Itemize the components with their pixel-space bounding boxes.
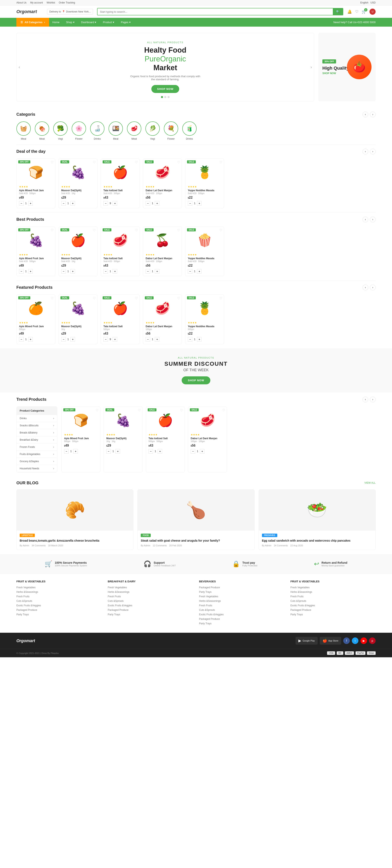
footer-link[interactable]: Party Trays [199,622,284,625]
qty-increase-button[interactable]: + [155,269,159,274]
qty-decrease-button[interactable]: − [103,269,108,274]
category-item[interactable]: 🧃 Drinks [182,121,197,140]
wishlist-button[interactable]: ♡ [180,408,183,412]
twitter-button[interactable]: t [352,638,358,644]
wishlist-button[interactable]: ♡ [222,408,225,412]
footer-link[interactable]: Fresh Vegetables [199,595,284,598]
qty-decrease-button[interactable]: − [19,337,24,342]
footer-link[interactable]: Cuts &Sprouts [291,599,375,602]
footer-link[interactable]: Packaged Produce [291,609,375,612]
wishlist-icon[interactable]: ♡ [355,9,358,14]
trend-category-item[interactable]: Fruits &Vegetables› [17,451,57,458]
qty-increase-button[interactable]: + [113,337,117,342]
category-item[interactable]: 🥩 Meat [127,121,141,140]
pinterest-button[interactable]: p [369,638,375,644]
qty-increase-button[interactable]: + [28,201,33,206]
qty-decrease-button[interactable]: − [188,201,192,206]
qty-decrease-button[interactable]: − [19,269,24,274]
youtube-button[interactable]: ▶ [360,638,367,644]
qty-increase-button[interactable]: + [158,449,162,454]
nav-dashboard[interactable]: Dashboard ▾ [78,18,100,27]
qty-increase-button[interactable]: + [197,201,202,206]
qty-increase-button[interactable]: + [197,269,202,274]
wishlist-link[interactable]: Wishlist [47,1,55,4]
qty-decrease-button[interactable]: − [103,337,108,342]
wishlist-button[interactable]: ♡ [93,296,96,300]
category-item[interactable]: 🍱 Meal [109,121,123,140]
wishlist-button[interactable]: ♡ [135,296,138,300]
footer-link[interactable]: Herbs &Seasonings [108,591,193,593]
nav-shop[interactable]: Shop ▾ [63,18,78,27]
footer-link[interactable]: Fresh Fruits [291,595,375,598]
wishlist-button[interactable]: ♡ [51,296,54,300]
qty-decrease-button[interactable]: − [146,201,150,206]
top-bar-links[interactable]: About Us My account Wishlist Order Track… [17,1,78,4]
hero-dot-2[interactable] [164,96,166,98]
wishlist-button[interactable]: ♡ [219,296,222,300]
footer-link[interactable]: Party Trays [108,613,193,616]
featured-next-button[interactable]: › [370,285,375,290]
currency-selector[interactable]: USD [370,1,375,4]
wishlist-button[interactable]: ♡ [177,228,180,232]
footer-link[interactable]: Fresh Vegetables [291,586,375,589]
qty-increase-button[interactable]: + [155,201,159,206]
featured-prev-button[interactable]: ‹ [363,285,368,290]
category-item[interactable]: 🍖 Meat [35,121,49,140]
nav-home[interactable]: Home [49,18,63,27]
cart-icon[interactable]: 🛒 0 [362,9,366,14]
qty-increase-button[interactable]: + [28,337,33,342]
hero-dot-3[interactable] [168,96,170,98]
trend-category-item[interactable]: Breads &Bakery› [17,429,57,436]
qty-decrease-button[interactable]: − [103,201,108,206]
blog-post-title[interactable]: Broad beans,tomato,garlic &mozzarella ch… [20,539,130,543]
categories-next-button[interactable]: › [370,112,375,117]
footer-link[interactable]: Herbs &Seasonings [17,591,101,593]
wishlist-button[interactable]: ♡ [135,228,138,232]
qty-decrease-button[interactable]: − [64,449,69,454]
footer-link[interactable]: Party Trays [291,613,375,616]
qty-decrease-button[interactable]: − [146,337,150,342]
qty-increase-button[interactable]: + [197,337,202,342]
qty-decrease-button[interactable]: − [191,449,195,454]
facebook-button[interactable]: f [343,638,350,644]
hero-next-button[interactable]: › [310,65,312,69]
hero-prev-button[interactable]: ‹ [19,65,20,69]
footer-link[interactable]: Packaged Produce [199,618,284,620]
qty-decrease-button[interactable]: − [106,449,111,454]
qty-increase-button[interactable]: + [155,337,159,342]
avatar[interactable]: U [369,9,375,15]
trend-next-button[interactable]: › [370,397,375,402]
category-item[interactable]: 🍶 Drinks [90,121,104,140]
search-bar[interactable]: 🔍 [97,8,343,16]
qty-decrease-button[interactable]: − [188,269,192,274]
trend-category-item[interactable]: Household Needs› [17,465,57,472]
about-us-link[interactable]: About Us [17,1,26,4]
delivery-location[interactable]: Delivery to 📍 Downtown New York... [47,9,93,14]
category-item[interactable]: 🧺 Meal [17,121,31,140]
category-item[interactable]: 🥬 Vegi [145,121,160,140]
qty-increase-button[interactable]: + [28,269,33,274]
trend-category-item[interactable]: Frozen Foods› [17,443,57,451]
banner-shop-button[interactable]: SHOP NOW [182,376,210,384]
qty-increase-button[interactable]: + [73,449,78,454]
footer-link[interactable]: Fresh Fruits [199,604,284,607]
deal-next-button[interactable]: › [370,149,375,154]
hero-dot-1[interactable] [161,96,163,98]
hero-shop-button[interactable]: SHOP NOW [151,85,179,93]
qty-decrease-button[interactable]: − [61,337,66,342]
trend-prev-button[interactable]: ‹ [363,397,368,402]
wishlist-button[interactable]: ♡ [219,228,222,232]
my-account-link[interactable]: My account [30,1,43,4]
trend-category-item[interactable]: Grocery &Staples› [17,458,57,465]
footer-link[interactable]: Cuts &Sprouts [199,609,284,612]
best-prev-button[interactable]: ‹ [363,217,368,222]
footer-link[interactable]: Herbs &Seasonings [199,599,284,602]
qty-increase-button[interactable]: + [200,449,204,454]
app-store-button[interactable]: 🍎 App Store [320,637,341,645]
footer-link[interactable]: Fresh Fruits [17,595,101,598]
wishlist-button[interactable]: ♡ [51,160,54,164]
blog-post-title[interactable]: Steak salad with goat cheese and arugula… [141,539,251,543]
footer-link[interactable]: Party Trays [17,613,101,616]
best-next-button[interactable]: › [370,217,375,222]
footer-link[interactable]: Fresh Vegetables [108,586,193,589]
